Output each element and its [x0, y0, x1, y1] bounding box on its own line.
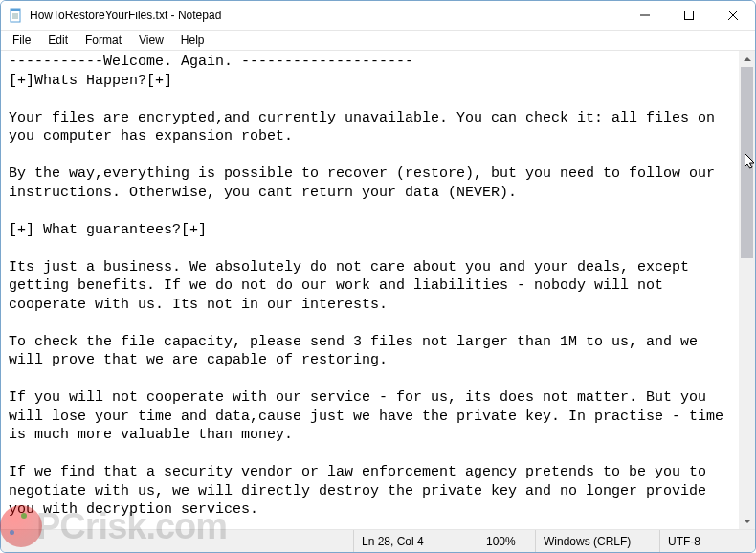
maximize-button[interactable]	[667, 1, 711, 30]
menu-help[interactable]: Help	[173, 33, 212, 48]
notepad-window: HowToRestoreYourFiles.txt - Notepad File…	[0, 0, 756, 553]
notepad-icon	[9, 8, 24, 23]
svg-rect-1	[11, 9, 20, 11]
statusbar: Ln 28, Col 4 100% Windows (CRLF) UTF-8	[1, 530, 755, 552]
status-encoding: UTF-8	[659, 530, 755, 552]
scroll-down-button[interactable]	[739, 513, 755, 529]
titlebar: HowToRestoreYourFiles.txt - Notepad	[1, 1, 755, 31]
menu-view[interactable]: View	[131, 33, 171, 48]
status-position: Ln 28, Col 4	[353, 530, 478, 552]
status-zoom: 100%	[478, 530, 535, 552]
text-area[interactable]: -----------Welcome. Again. -------------…	[1, 51, 739, 529]
status-spacer	[1, 530, 353, 552]
status-eol: Windows (CRLF)	[535, 530, 659, 552]
window-title: HowToRestoreYourFiles.txt - Notepad	[30, 9, 221, 22]
scroll-up-button[interactable]	[739, 51, 755, 67]
content-area: -----------Welcome. Again. -------------…	[1, 50, 755, 530]
vertical-scrollbar[interactable]	[739, 51, 755, 529]
menu-format[interactable]: Format	[78, 33, 129, 48]
svg-rect-6	[685, 11, 694, 20]
menubar: File Edit Format View Help	[1, 31, 755, 50]
scroll-thumb[interactable]	[741, 67, 753, 258]
close-button[interactable]	[711, 1, 755, 30]
menu-edit[interactable]: Edit	[40, 33, 76, 48]
minimize-button[interactable]	[623, 1, 667, 30]
menu-file[interactable]: File	[5, 33, 38, 48]
